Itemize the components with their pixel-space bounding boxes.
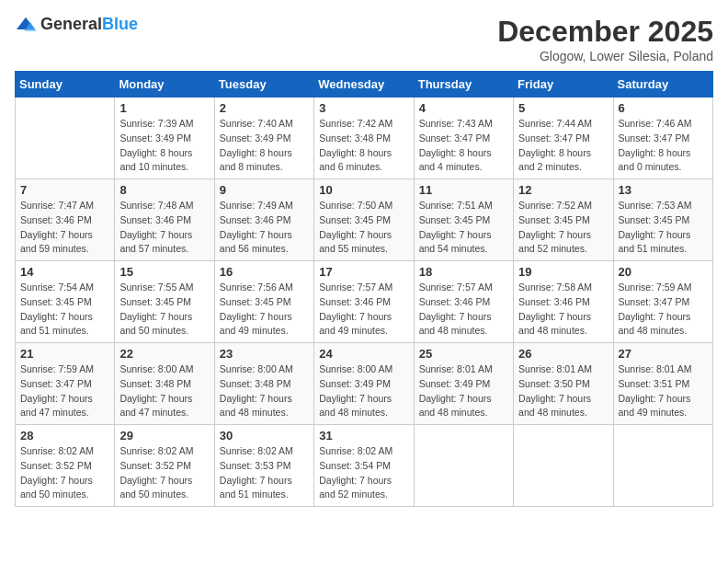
day-number: 11	[419, 183, 508, 197]
day-number: 8	[119, 183, 209, 197]
day-number: 25	[419, 347, 508, 361]
title-block: December 2025 Glogow, Lower Silesia, Pol…	[497, 15, 713, 63]
calendar-cell: 6Sunrise: 7:46 AMSunset: 3:47 PMDaylight…	[613, 98, 712, 179]
day-number: 21	[20, 347, 109, 361]
day-info: Sunrise: 7:50 AMSunset: 3:45 PMDaylight:…	[319, 199, 408, 257]
calendar-cell: 4Sunrise: 7:43 AMSunset: 3:47 PMDaylight…	[414, 98, 513, 179]
calendar-cell	[514, 425, 613, 507]
day-info: Sunrise: 8:02 AMSunset: 3:53 PMDaylight:…	[220, 444, 309, 502]
calendar-cell: 29Sunrise: 8:02 AMSunset: 3:52 PMDayligh…	[115, 425, 214, 507]
logo-text-blue: Blue	[102, 15, 138, 33]
calendar-cell: 23Sunrise: 8:00 AMSunset: 3:48 PMDayligh…	[214, 343, 313, 425]
day-number: 4	[419, 101, 508, 115]
day-number: 18	[419, 265, 508, 279]
calendar-header-friday: Friday	[514, 72, 613, 98]
day-info: Sunrise: 7:51 AMSunset: 3:45 PMDaylight:…	[419, 199, 508, 257]
location: Glogow, Lower Silesia, Poland	[497, 49, 713, 63]
logo: GeneralBlue	[15, 15, 138, 34]
day-info: Sunrise: 8:02 AMSunset: 3:54 PMDaylight:…	[319, 444, 408, 502]
calendar-cell	[613, 425, 712, 507]
day-info: Sunrise: 8:02 AMSunset: 3:52 PMDaylight:…	[119, 444, 209, 502]
day-info: Sunrise: 7:55 AMSunset: 3:45 PMDaylight:…	[119, 281, 209, 339]
calendar-cell: 15Sunrise: 7:55 AMSunset: 3:45 PMDayligh…	[115, 261, 214, 343]
day-info: Sunrise: 7:53 AMSunset: 3:45 PMDaylight:…	[619, 199, 708, 257]
day-number: 19	[518, 265, 608, 279]
calendar-cell	[16, 98, 115, 179]
calendar-cell: 13Sunrise: 7:53 AMSunset: 3:45 PMDayligh…	[613, 179, 712, 261]
calendar-week-4: 21Sunrise: 7:59 AMSunset: 3:47 PMDayligh…	[16, 343, 713, 425]
calendar-week-1: 1Sunrise: 7:39 AMSunset: 3:49 PMDaylight…	[16, 98, 713, 179]
day-number: 15	[119, 265, 209, 279]
calendar-cell: 26Sunrise: 8:01 AMSunset: 3:50 PMDayligh…	[514, 343, 613, 425]
day-info: Sunrise: 7:57 AMSunset: 3:46 PMDaylight:…	[419, 281, 508, 339]
day-number: 6	[619, 101, 708, 115]
day-info: Sunrise: 7:59 AMSunset: 3:47 PMDaylight:…	[20, 362, 109, 420]
calendar-cell: 27Sunrise: 8:01 AMSunset: 3:51 PMDayligh…	[613, 343, 712, 425]
calendar-week-5: 28Sunrise: 8:02 AMSunset: 3:52 PMDayligh…	[16, 425, 713, 507]
day-info: Sunrise: 8:00 AMSunset: 3:48 PMDaylight:…	[119, 362, 209, 420]
day-info: Sunrise: 7:49 AMSunset: 3:46 PMDaylight:…	[220, 199, 309, 257]
day-number: 2	[220, 101, 309, 115]
calendar-cell: 17Sunrise: 7:57 AMSunset: 3:46 PMDayligh…	[314, 261, 414, 343]
day-info: Sunrise: 8:01 AMSunset: 3:50 PMDaylight:…	[518, 362, 608, 420]
calendar-cell: 11Sunrise: 7:51 AMSunset: 3:45 PMDayligh…	[414, 179, 513, 261]
day-info: Sunrise: 8:01 AMSunset: 3:51 PMDaylight:…	[619, 362, 708, 420]
calendar-header-saturday: Saturday	[613, 72, 712, 98]
day-number: 26	[518, 347, 608, 361]
day-number: 5	[518, 101, 608, 115]
day-number: 20	[619, 265, 708, 279]
day-number: 29	[119, 429, 209, 442]
calendar-cell: 12Sunrise: 7:52 AMSunset: 3:45 PMDayligh…	[514, 179, 613, 261]
calendar-header-row: SundayMondayTuesdayWednesdayThursdayFrid…	[16, 72, 713, 98]
calendar-cell: 8Sunrise: 7:48 AMSunset: 3:46 PMDaylight…	[115, 179, 214, 261]
calendar-week-3: 14Sunrise: 7:54 AMSunset: 3:45 PMDayligh…	[16, 261, 713, 343]
calendar-cell: 24Sunrise: 8:00 AMSunset: 3:49 PMDayligh…	[314, 343, 414, 425]
day-info: Sunrise: 8:00 AMSunset: 3:49 PMDaylight:…	[319, 362, 408, 420]
calendar-cell: 28Sunrise: 8:02 AMSunset: 3:52 PMDayligh…	[16, 425, 115, 507]
day-number: 13	[619, 183, 708, 197]
calendar-cell: 22Sunrise: 8:00 AMSunset: 3:48 PMDayligh…	[115, 343, 214, 425]
day-number: 23	[220, 347, 309, 361]
day-number: 10	[319, 183, 408, 197]
day-info: Sunrise: 7:40 AMSunset: 3:49 PMDaylight:…	[220, 117, 309, 175]
calendar-cell: 5Sunrise: 7:44 AMSunset: 3:47 PMDaylight…	[514, 98, 613, 179]
calendar-header-sunday: Sunday	[16, 72, 115, 98]
day-number: 31	[319, 429, 408, 442]
page-header: GeneralBlue December 2025 Glogow, Lower …	[15, 15, 713, 63]
calendar-header-wednesday: Wednesday	[314, 72, 414, 98]
calendar-cell: 10Sunrise: 7:50 AMSunset: 3:45 PMDayligh…	[314, 179, 414, 261]
calendar-cell: 16Sunrise: 7:56 AMSunset: 3:45 PMDayligh…	[214, 261, 313, 343]
calendar-week-2: 7Sunrise: 7:47 AMSunset: 3:46 PMDaylight…	[16, 179, 713, 261]
day-info: Sunrise: 7:56 AMSunset: 3:45 PMDaylight:…	[220, 281, 309, 339]
calendar-header-tuesday: Tuesday	[214, 72, 313, 98]
day-number: 1	[119, 101, 209, 115]
logo-text-general: General	[40, 15, 102, 33]
month-title: December 2025	[497, 15, 713, 49]
day-info: Sunrise: 7:39 AMSunset: 3:49 PMDaylight:…	[119, 117, 209, 175]
calendar-table: SundayMondayTuesdayWednesdayThursdayFrid…	[15, 71, 713, 507]
day-info: Sunrise: 7:57 AMSunset: 3:46 PMDaylight:…	[319, 281, 408, 339]
calendar-cell: 20Sunrise: 7:59 AMSunset: 3:47 PMDayligh…	[613, 261, 712, 343]
calendar-cell: 2Sunrise: 7:40 AMSunset: 3:49 PMDaylight…	[214, 98, 313, 179]
day-info: Sunrise: 7:52 AMSunset: 3:45 PMDaylight:…	[518, 199, 608, 257]
day-info: Sunrise: 7:42 AMSunset: 3:48 PMDaylight:…	[319, 117, 408, 175]
day-number: 7	[20, 183, 109, 197]
day-number: 22	[119, 347, 209, 361]
day-info: Sunrise: 7:47 AMSunset: 3:46 PMDaylight:…	[20, 199, 109, 257]
day-info: Sunrise: 7:48 AMSunset: 3:46 PMDaylight:…	[119, 199, 209, 257]
logo-icon	[15, 16, 37, 34]
calendar-cell: 30Sunrise: 8:02 AMSunset: 3:53 PMDayligh…	[214, 425, 313, 507]
day-number: 14	[20, 265, 109, 279]
calendar-cell: 21Sunrise: 7:59 AMSunset: 3:47 PMDayligh…	[16, 343, 115, 425]
day-info: Sunrise: 7:59 AMSunset: 3:47 PMDaylight:…	[619, 281, 708, 339]
day-number: 3	[319, 101, 408, 115]
calendar-cell: 9Sunrise: 7:49 AMSunset: 3:46 PMDaylight…	[214, 179, 313, 261]
calendar-header-thursday: Thursday	[414, 72, 513, 98]
day-info: Sunrise: 7:54 AMSunset: 3:45 PMDaylight:…	[20, 281, 109, 339]
calendar-cell: 31Sunrise: 8:02 AMSunset: 3:54 PMDayligh…	[314, 425, 414, 507]
day-info: Sunrise: 8:00 AMSunset: 3:48 PMDaylight:…	[220, 362, 309, 420]
calendar-cell: 19Sunrise: 7:58 AMSunset: 3:46 PMDayligh…	[514, 261, 613, 343]
day-info: Sunrise: 7:58 AMSunset: 3:46 PMDaylight:…	[518, 281, 608, 339]
day-info: Sunrise: 7:44 AMSunset: 3:47 PMDaylight:…	[518, 117, 608, 175]
calendar-cell: 3Sunrise: 7:42 AMSunset: 3:48 PMDaylight…	[314, 98, 414, 179]
